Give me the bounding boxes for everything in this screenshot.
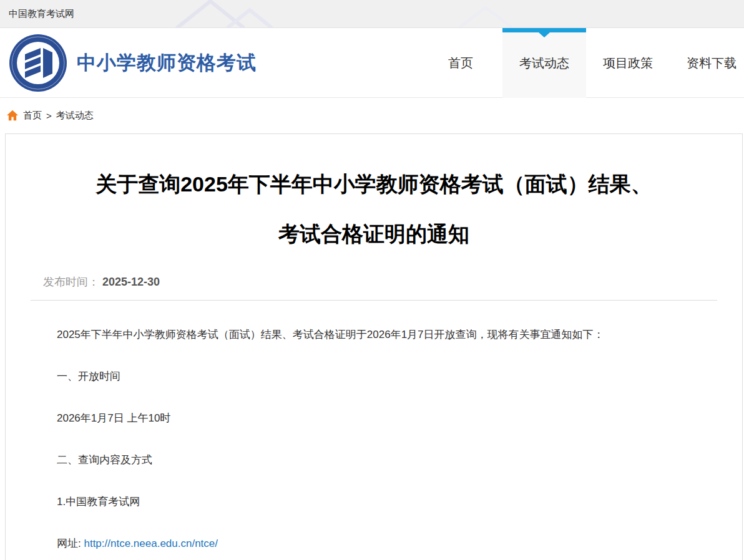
- main-nav: 首页 考试动态 项目政策 资料下载: [419, 28, 744, 98]
- header: 中小学教师资格考试 首页 考试动态 项目政策 资料下载: [0, 28, 744, 98]
- breadcrumb-home[interactable]: 首页: [23, 110, 42, 122]
- brand-title: 中小学教师资格考试: [77, 50, 257, 76]
- article-body: 2025年下半年中小学教师资格考试（面试）结果、考试合格证明于2026年1月7日…: [36, 327, 712, 551]
- paragraph-site-name: 1.中国教育考试网: [36, 495, 712, 509]
- nav-item-project-policy[interactable]: 项目政策: [586, 28, 670, 98]
- nav-item-material-download[interactable]: 资料下载: [670, 28, 744, 98]
- paragraph-url: 网址: http://ntce.neea.edu.cn/ntce/: [36, 536, 712, 551]
- topbar: 中国教育考试网: [0, 0, 744, 28]
- ntce-logo-icon: [8, 33, 68, 93]
- breadcrumb-current: 考试动态: [56, 110, 94, 122]
- article-title: 关于查询2025年下半年中小学教师资格考试（面试）结果、 考试合格证明的通知: [31, 159, 717, 259]
- article-container: 关于查询2025年下半年中小学教师资格考试（面试）结果、 考试合格证明的通知 发…: [5, 133, 743, 560]
- article-title-line: 关于查询2025年下半年中小学教师资格考试（面试）结果、: [31, 159, 717, 209]
- publish-info: 发布时间： 2025-12-30: [36, 275, 712, 289]
- article-title-line: 考试合格证明的通知: [31, 209, 717, 259]
- url-label: 网址:: [57, 538, 84, 549]
- publish-date-label: 发布时间：: [43, 276, 99, 288]
- breadcrumb: 首页 > 考试动态: [0, 98, 744, 133]
- breadcrumb-separator: >: [46, 110, 52, 121]
- home-icon[interactable]: [6, 110, 19, 121]
- divider: [31, 300, 717, 301]
- paragraph-open-time: 2026年1月7日 上午10时: [36, 411, 712, 426]
- publish-date-value: 2025-12-30: [102, 276, 160, 288]
- nav-item-exam-news[interactable]: 考试动态: [502, 28, 586, 98]
- nav-item-home[interactable]: 首页: [419, 28, 502, 98]
- section-heading-two: 二、查询内容及方式: [36, 453, 712, 468]
- section-heading-one: 一、开放时间: [36, 369, 712, 384]
- paragraph-intro: 2025年下半年中小学教师资格考试（面试）结果、考试合格证明于2026年1月7日…: [36, 327, 712, 342]
- mountain-decoration: [0, 0, 744, 28]
- brand[interactable]: 中小学教师资格考试: [8, 28, 257, 98]
- site-name: 中国教育考试网: [9, 8, 74, 20]
- ntce-link[interactable]: http://ntce.neea.edu.cn/ntce/: [84, 538, 218, 549]
